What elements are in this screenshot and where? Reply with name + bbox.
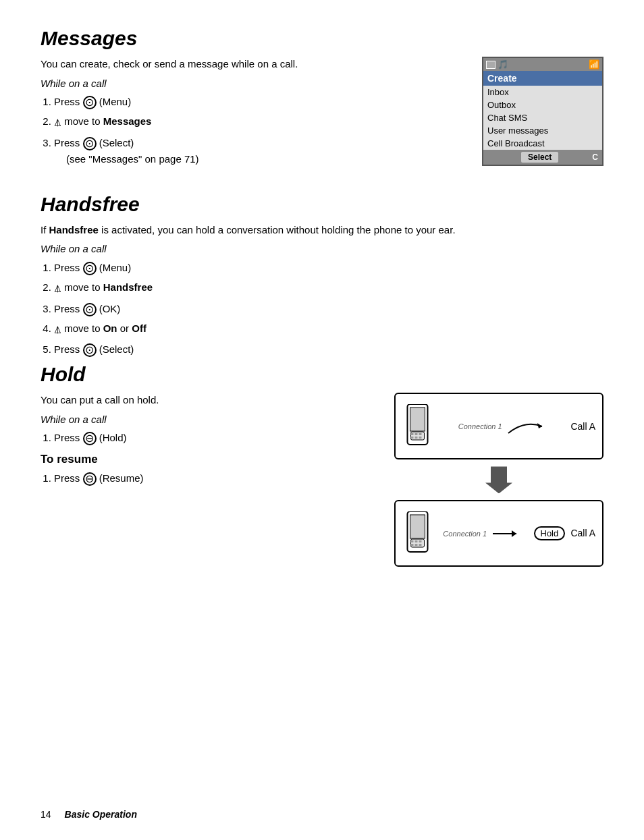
messages-intro: You can create, check or send a message … — [41, 57, 468, 72]
handsfree-destination: Handsfree — [103, 281, 153, 293]
handsfree-step-4: ⍋ move to On or Off — [54, 320, 603, 339]
messages-step-3-text: (Select) — [99, 137, 134, 148]
handsfree-step-3: Press (OK) — [54, 301, 603, 317]
svg-rect-14 — [411, 539, 425, 547]
svg-rect-13 — [410, 515, 425, 538]
handsfree-intro: If Handsfree is activated, you can hold … — [41, 223, 603, 238]
screen-cellbcast-item: Cell Broadcast — [483, 137, 602, 150]
svg-rect-18 — [411, 544, 414, 546]
svg-rect-9 — [415, 437, 418, 439]
handsfree-steps: Press (Menu) ⍋ move to Handsfree Press (… — [54, 260, 603, 358]
messages-step-3: Press (Select) (see "Messages" on page 7… — [54, 135, 468, 167]
handsfree-title: Handsfree — [41, 193, 603, 216]
svg-rect-4 — [411, 432, 425, 440]
svg-rect-10 — [419, 437, 422, 439]
hold-content: You can put a call on hold. While on a c… — [41, 393, 603, 567]
messages-destination: Messages — [103, 115, 152, 127]
resume-title: To resume — [41, 453, 374, 466]
handsfree-nav-4: ⍋ — [54, 323, 61, 336]
hold-box-bottom: Connection 1 Hold Call A — [394, 500, 603, 567]
messages-title: Messages — [41, 27, 603, 50]
svg-rect-7 — [419, 433, 422, 435]
arrow-bottom-svg — [489, 527, 523, 540]
handsfree-on: On — [103, 323, 117, 334]
page-footer: 14 Basic Operation — [41, 809, 603, 820]
handsfree-ok-btn — [83, 303, 97, 316]
arrow-top-svg — [505, 416, 545, 437]
menu-button-icon — [83, 96, 97, 109]
hold-intro: You can put a call on hold. — [41, 393, 374, 408]
svg-rect-15 — [411, 540, 414, 542]
handsfree-while-note: While on a call — [41, 242, 603, 257]
screen-chatsms-item: Chat SMS — [483, 111, 602, 124]
connection-label-top: Connection 1 — [458, 422, 502, 430]
handsfree-step-3-text: (OK) — [99, 303, 121, 314]
svg-rect-1 — [410, 408, 425, 431]
handsfree-nav-2: ⍋ — [54, 281, 61, 295]
handsfree-bold: Handsfree — [49, 224, 99, 235]
svg-rect-17 — [419, 540, 422, 542]
resume-btn-icon — [83, 472, 97, 486]
messages-text: You can create, check or send a message … — [41, 57, 468, 173]
svg-marker-22 — [512, 530, 516, 537]
messages-section: Messages You can create, check or send a… — [41, 27, 603, 173]
svg-rect-8 — [411, 437, 414, 439]
screen-status-left: 🎵 — [486, 59, 508, 69]
hold-diagram: Connection 1 Call A — [394, 393, 603, 567]
call-a-label-top: Call A — [570, 421, 595, 432]
resume-steps: Press (Resume) — [54, 470, 374, 486]
hold-btn-icon — [83, 432, 97, 445]
select-button-icon — [83, 137, 97, 150]
hold-steps: Press (Hold) — [54, 430, 374, 446]
hold-text: You can put a call on hold. While on a c… — [41, 393, 374, 492]
handsfree-step-1-text: (Menu) — [99, 262, 132, 273]
screen-outbox-item: Outbox — [483, 99, 602, 111]
hold-while-note: While on a call — [41, 412, 374, 428]
handsfree-step-5-text: (Select) — [99, 343, 134, 355]
hold-section: Hold You can put a call on hold. While o… — [41, 363, 603, 567]
screen-status-bar: 🎵 📶 — [483, 58, 602, 71]
screen-inbox-item: Inbox — [483, 86, 602, 99]
svg-rect-6 — [415, 433, 418, 435]
handsfree-step-1: Press (Menu) — [54, 260, 603, 276]
screen-footer: Select C — [483, 150, 602, 165]
messages-while-note: While on a call — [41, 76, 468, 92]
svg-rect-20 — [419, 544, 422, 546]
handsfree-select-btn — [83, 343, 97, 357]
handsfree-off: Off — [132, 323, 146, 334]
down-arrow — [485, 466, 512, 493]
screen-create-item: Create — [483, 71, 602, 86]
call-a-area-bottom: Hold Call A — [534, 526, 596, 540]
svg-rect-16 — [415, 540, 418, 542]
hold-title: Hold — [41, 363, 603, 386]
hold-badge: Hold — [534, 526, 566, 540]
messages-step-1-text: (Menu) — [99, 96, 132, 107]
handsfree-section: Handsfree If Handsfree is activated, you… — [41, 193, 603, 358]
phone-screen: 🎵 📶 Create Inbox Outbox Chat SMS User me… — [482, 57, 603, 166]
footer-section-name: Basic Operation — [65, 809, 137, 820]
connection-area-top: Connection 1 — [438, 416, 565, 437]
resume-step-1-text: (Resume) — [99, 472, 144, 484]
hold-step-1-text: (Hold) — [99, 432, 127, 443]
nav-symbol-1: ⍋ — [54, 115, 61, 129]
connection-label-bottom: Connection 1 — [443, 530, 487, 538]
page-number: 14 — [41, 809, 51, 820]
messages-content: You can create, check or send a message … — [41, 57, 603, 173]
messages-screen-image: 🎵 📶 Create Inbox Outbox Chat SMS User me… — [482, 57, 603, 166]
hold-badge-area: Hold Call A — [534, 526, 596, 540]
messages-step-2: ⍋ move to Messages — [54, 113, 468, 132]
screen-footer-right: C — [592, 152, 598, 162]
phone-svg-top — [402, 404, 433, 448]
handsfree-step-2: ⍋ move to Handsfree — [54, 279, 603, 298]
screen-select-btn: Select — [521, 152, 558, 163]
messages-steps: Press (Menu) ⍋ move to Messages Press (S… — [54, 94, 468, 167]
connection-area-bottom: Connection 1 — [438, 527, 529, 540]
page: Messages You can create, check or send a… — [0, 0, 644, 840]
handsfree-menu-btn — [83, 262, 97, 275]
svg-rect-5 — [411, 433, 414, 435]
hold-step-1: Press (Hold) — [54, 430, 374, 446]
hold-box-top: Connection 1 Call A — [394, 393, 603, 459]
screen-usermsg-item: User messages — [483, 124, 602, 137]
messages-step-1: Press (Menu) — [54, 94, 468, 110]
screen-status-right: 📶 — [589, 59, 599, 69]
